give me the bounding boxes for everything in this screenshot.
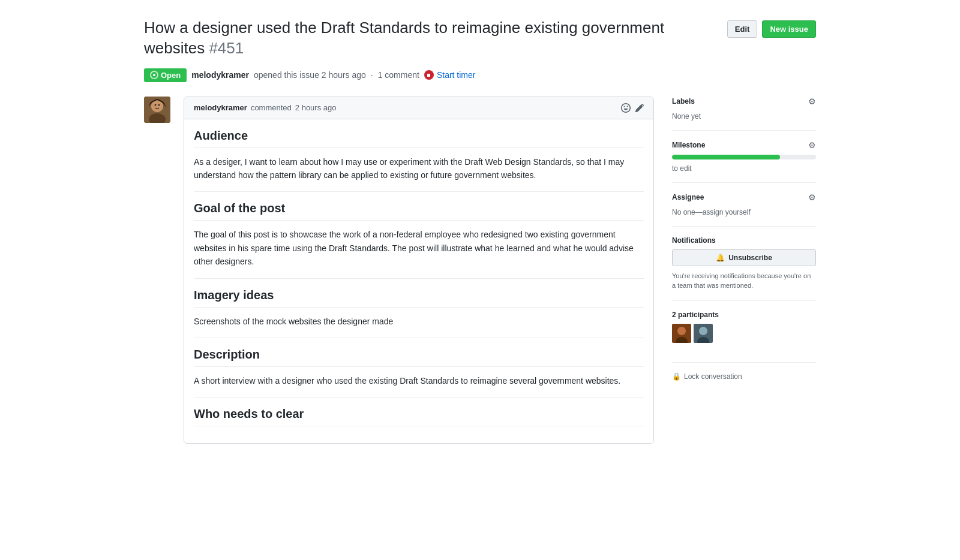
participant-avatar-1[interactable] <box>672 324 691 343</box>
milestone-progress-fill <box>672 155 780 159</box>
status-text: Open <box>161 71 181 80</box>
milestone-gear-icon[interactable]: ⚙ <box>808 140 816 150</box>
assignee-header: Assignee ⚙ <box>672 192 816 202</box>
notifications-header: Notifications <box>672 236 816 245</box>
participants-avatars <box>672 324 816 343</box>
sidebar-section-notifications: Notifications 🔔 Unsubscribe You're recei… <box>672 236 816 301</box>
sidebar: Labels ⚙ None yet Milestone ⚙ to edit <box>672 97 816 400</box>
unsubscribe-label: Unsubscribe <box>728 254 772 262</box>
timer-icon <box>424 70 434 80</box>
comment-count: 1 comment <box>378 70 419 80</box>
open-status-icon <box>150 71 158 79</box>
page-wrapper: How a designer used the Draft Standards … <box>120 0 840 462</box>
comment-section-description: Description A short interview with a des… <box>194 348 644 398</box>
issue-meta: Open melodykramer opened this issue 2 ho… <box>144 68 816 82</box>
unsubscribe-button[interactable]: 🔔 Unsubscribe <box>672 249 816 266</box>
comment-section-who: Who needs to clear <box>194 407 644 426</box>
comment-body: Audience As a desiger, I want to learn a… <box>184 119 653 444</box>
comment-box: melodykramer commented 2 hours ago <box>184 97 654 444</box>
section-text-imagery: Screenshots of the mock websites the des… <box>194 315 644 328</box>
sidebar-section-lock: 🔒 Lock conversation <box>672 372 816 390</box>
notifications-title: Notifications <box>672 236 716 245</box>
section-title-audience: Audience <box>194 129 644 148</box>
sidebar-section-milestone: Milestone ⚙ to edit <box>672 140 816 183</box>
comment-action: commented <box>251 103 292 112</box>
issue-header: How a designer used the Draft Standards … <box>144 18 816 59</box>
comment-header-left: melodykramer commented 2 hours ago <box>194 103 336 112</box>
milestone-header: Milestone ⚙ <box>672 140 816 150</box>
edit-button[interactable]: Edit <box>727 20 758 38</box>
new-issue-button[interactable]: New issue <box>762 20 816 38</box>
section-text-description: A short interview with a designer who us… <box>194 374 644 387</box>
edit-comment-button[interactable] <box>635 104 644 112</box>
main-content: melodykramer commented 2 hours ago <box>144 97 654 444</box>
comment-actions <box>621 103 644 113</box>
avatar-wrapper <box>144 97 170 444</box>
assignee-gear-icon[interactable]: ⚙ <box>808 192 816 202</box>
issue-title: How a designer used the Draft Standards … <box>144 18 715 59</box>
lock-conversation-link[interactable]: 🔒 Lock conversation <box>672 372 816 381</box>
issue-title-area: How a designer used the Draft Standards … <box>144 18 727 59</box>
participant-avatar-2[interactable] <box>694 324 713 343</box>
sidebar-section-labels: Labels ⚙ None yet <box>672 97 816 131</box>
assignee-title: Assignee <box>672 193 704 201</box>
milestone-progress-bar <box>672 155 816 159</box>
milestone-label: to edit <box>672 164 692 173</box>
author-link[interactable]: melodykramer <box>191 70 249 80</box>
svg-point-10 <box>699 327 707 335</box>
section-title-who: Who needs to clear <box>194 407 644 426</box>
section-title-goal: Goal of the post <box>194 201 644 221</box>
lock-icon: 🔒 <box>672 372 681 381</box>
assignee-value: No one—assign yourself <box>672 208 751 216</box>
start-timer-label: Start timer <box>437 70 476 80</box>
section-title-description: Description <box>194 348 644 367</box>
labels-title: Labels <box>672 97 695 106</box>
svg-point-5 <box>158 104 160 106</box>
content-layout: melodykramer commented 2 hours ago <box>144 97 816 444</box>
svg-point-7 <box>677 327 686 335</box>
section-title-imagery: Imagery ideas <box>194 288 644 308</box>
sidebar-section-participants: 2 participants <box>672 311 816 363</box>
emoji-reaction-button[interactable] <box>621 103 631 113</box>
milestone-title: Milestone <box>672 141 705 149</box>
comment-section-imagery: Imagery ideas Screenshots of the mock we… <box>194 288 644 338</box>
comment-section-audience: Audience As a desiger, I want to learn a… <box>194 129 644 192</box>
opened-text: opened this issue 2 hours ago <box>254 70 366 80</box>
labels-header: Labels ⚙ <box>672 97 816 106</box>
speaker-icon: 🔔 <box>716 254 725 262</box>
participants-label: 2 participants <box>672 311 816 319</box>
issue-header-actions: Edit New issue <box>727 20 816 38</box>
status-badge: Open <box>144 68 187 82</box>
comment-header: melodykramer commented 2 hours ago <box>184 97 653 119</box>
section-text-audience: As a desiger, I want to learn about how … <box>194 155 644 182</box>
commenter-name[interactable]: melodykramer <box>194 103 247 112</box>
issue-number: #451 <box>209 39 244 57</box>
svg-point-4 <box>155 104 157 106</box>
comment-time: 2 hours ago <box>295 103 337 112</box>
labels-value: None yet <box>672 112 701 121</box>
labels-gear-icon[interactable]: ⚙ <box>808 97 816 106</box>
notifications-text: You're receiving notifications because y… <box>672 271 816 291</box>
section-text-goal: The goal of this post is to showcase the… <box>194 228 644 268</box>
lock-label: Lock conversation <box>684 372 742 381</box>
start-timer-button[interactable]: Start timer <box>424 70 476 80</box>
sidebar-section-assignee: Assignee ⚙ No one—assign yourself <box>672 192 816 227</box>
comment-section-goal: Goal of the post The goal of this post i… <box>194 201 644 278</box>
avatar <box>144 97 170 123</box>
comment-thread: melodykramer commented 2 hours ago <box>144 97 654 444</box>
